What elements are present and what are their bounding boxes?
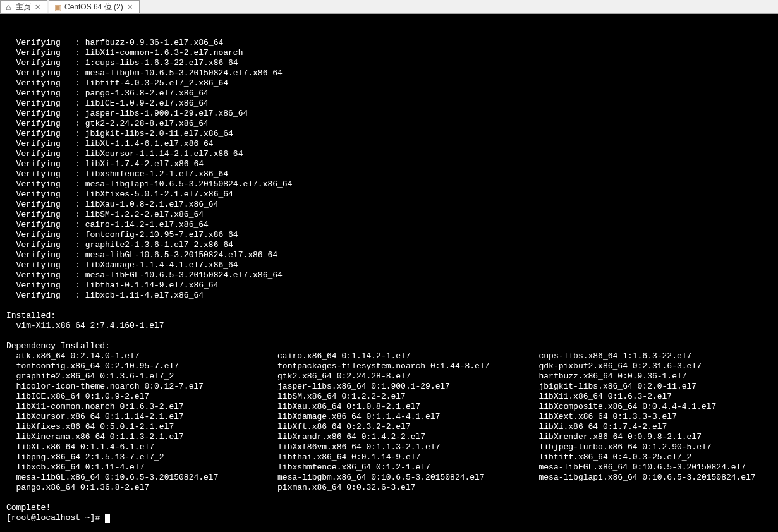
dep-item: libXi.x86_64 0:1.7.4-2.el7 [529, 422, 756, 432]
tab-bar: 主页 ✕ CentOS 64 位 (2) ✕ [0, 0, 778, 14]
dep-item: harfbuzz.x86_64 0:0.9.36-1.el7 [529, 372, 756, 382]
vm-icon [54, 3, 62, 11]
dep-item: libXfixes.x86_64 0:5.0.1-2.1.el7 [6, 422, 267, 432]
tab-vm[interactable]: CentOS 64 位 (2) ✕ [49, 0, 140, 13]
dep-col-2: cairo.x86_64 0:1.14.2-1.el7 fontpackages… [267, 351, 528, 493]
dep-item: jbigkit-libs.x86_64 0:2.0-11.el7 [529, 382, 756, 392]
dep-item: jasper-libs.x86_64 0:1.900.1-29.el7 [267, 382, 528, 392]
dep-item: libXinerama.x86_64 0:1.1.3-2.1.el7 [6, 432, 267, 442]
dep-item: libxcb.x86_64 0:1.11-4.el7 [6, 462, 267, 473]
verify-row: Verifying : graphite2-1.3.6-1.el7_2.x86_… [6, 240, 772, 250]
verify-row: Verifying : mesa-libgbm-10.6.5-3.2015082… [6, 68, 772, 78]
dep-item: libxshmfence.x86_64 0:1.2-1.el7 [267, 462, 528, 473]
dep-item: gtk2.x86_64 0:2.24.28-8.el7 [267, 372, 528, 382]
dep-item: gdk-pixbuf2.x86_64 0:2.31.6-3.el7 [529, 361, 756, 372]
dep-col-1: atk.x86_64 0:2.14.0-1.el7 fontconfig.x86… [6, 351, 267, 493]
verify-row: Verifying : mesa-libGL-10.6.5-3.20150824… [6, 250, 772, 260]
tab-vm-label: CentOS 64 位 (2) [64, 2, 123, 13]
verify-row: Verifying : libXi-1.7.4-2.el7.x86_64 [6, 159, 772, 169]
home-icon [6, 3, 13, 11]
dep-item: mesa-libEGL.x86_64 0:10.6.5-3.20150824.e… [529, 462, 756, 473]
verify-row: Verifying : fontconfig-2.10.95-7.el7.x86… [6, 230, 772, 240]
tab-home-label: 主页 [16, 2, 31, 13]
dep-item: atk.x86_64 0:2.14.0-1.el7 [6, 351, 267, 361]
dep-item: libICE.x86_64 0:1.0.9-2.el7 [6, 392, 267, 402]
dep-item: fontconfig.x86_64 0:2.10.95-7.el7 [6, 361, 267, 372]
verify-row: Verifying : gtk2-2.24.28-8.el7.x86_64 [6, 119, 772, 129]
dep-item: pango.x86_64 0:1.36.8-2.el7 [6, 483, 267, 493]
cursor [105, 514, 110, 523]
verify-row: Verifying : libtiff-4.0.3-25.el7_2.x86_6… [6, 78, 772, 88]
verify-row: Verifying : 1:cups-libs-1.6.3-22.el7.x86… [6, 58, 772, 68]
verify-row: Verifying : libthai-0.1.14-9.el7.x86_64 [6, 281, 772, 291]
dep-item: mesa-libgbm.x86_64 0:10.6.5-3.20150824.e… [267, 473, 528, 483]
verify-row: Verifying : libXdamage-1.1.4-4.1.el7.x86… [6, 260, 772, 270]
verify-row: Verifying : jasper-libs-1.900.1-29.el7.x… [6, 109, 772, 119]
dep-item: libtiff.x86_64 0:4.0.3-25.el7_2 [529, 452, 756, 462]
dep-item: libXext.x86_64 0:1.3.3-3.el7 [529, 412, 756, 422]
dep-item: libXrandr.x86_64 0:1.4.2-2.el7 [267, 432, 528, 442]
dep-item: libpng.x86_64 2:1.5.13-7.el7_2 [6, 452, 267, 462]
verify-row: Verifying : harfbuzz-0.9.36-1.el7.x86_64 [6, 38, 772, 48]
verify-row: Verifying : libxshmfence-1.2-1.el7.x86_6… [6, 169, 772, 179]
verify-row: Verifying : libSM-1.2.2-2.el7.x86_64 [6, 210, 772, 220]
dep-item: hicolor-icon-theme.noarch 0:0.12-7.el7 [6, 382, 267, 392]
installed-header: Installed: [6, 311, 772, 321]
complete-line: Complete! [6, 503, 772, 513]
installed-package: vim-X11.x86_64 2:7.4.160-1.el7 [6, 321, 772, 331]
dep-item: libSM.x86_64 0:1.2.2-2.el7 [267, 392, 528, 402]
verify-row: Verifying : libXcursor-1.1.14-2.1.el7.x8… [6, 149, 772, 159]
dep-item: libXft.x86_64 0:2.3.2-2.el7 [267, 422, 528, 432]
dep-item: graphite2.x86_64 0:1.3.6-1.el7_2 [6, 372, 267, 382]
dep-item: libXcomposite.x86_64 0:0.4.4-4.1.el7 [529, 402, 756, 412]
verify-row: Verifying : libxcb-1.11-4.el7.x86_64 [6, 291, 772, 301]
dep-item: libXt.x86_64 0:1.1.4-6.1.el7 [6, 442, 267, 452]
close-icon[interactable]: ✕ [33, 3, 42, 11]
verifying-block: Verifying : harfbuzz-0.9.36-1.el7.x86_64… [6, 38, 772, 301]
dep-item: mesa-libGL.x86_64 0:10.6.5-3.20150824.el… [6, 473, 267, 483]
dep-header: Dependency Installed: [6, 341, 772, 351]
dep-item: cups-libs.x86_64 1:1.6.3-22.el7 [529, 351, 756, 361]
verify-row: Verifying : libXfixes-5.0.1-2.1.el7.x86_… [6, 190, 772, 200]
terminal[interactable]: Verifying : harfbuzz-0.9.36-1.el7.x86_64… [0, 14, 778, 532]
shell-prompt: [root@localhost ~]# [6, 513, 105, 523]
dep-item: libthai.x86_64 0:0.1.14-9.el7 [267, 452, 528, 462]
dep-col-3: cups-libs.x86_64 1:1.6.3-22.el7 gdk-pixb… [529, 351, 756, 493]
dep-item: libXcursor.x86_64 0:1.1.14-2.1.el7 [6, 412, 267, 422]
dep-item: libX11-common.noarch 0:1.6.3-2.el7 [6, 402, 267, 412]
dep-item: libjpeg-turbo.x86_64 0:1.2.90-5.el7 [529, 442, 756, 452]
verify-row: Verifying : libXau-1.0.8-2.1.el7.x86_64 [6, 200, 772, 210]
dep-item: pixman.x86_64 0:0.32.6-3.el7 [267, 483, 528, 493]
verify-row: Verifying : cairo-1.14.2-1.el7.x86_64 [6, 220, 772, 230]
verify-row: Verifying : jbigkit-libs-2.0-11.el7.x86_… [6, 129, 772, 139]
close-icon[interactable]: ✕ [126, 3, 134, 11]
dep-item: libX11.x86_64 0:1.6.3-2.el7 [529, 392, 756, 402]
dep-item: libXxf86vm.x86_64 0:1.1.3-2.1.el7 [267, 442, 528, 452]
dep-item: mesa-libglapi.x86_64 0:10.6.5-3.20150824… [529, 473, 756, 483]
verify-row: Verifying : mesa-libEGL-10.6.5-3.2015082… [6, 270, 772, 281]
verify-row: Verifying : libXt-1.1.4-6.1.el7.x86_64 [6, 139, 772, 149]
verify-row: Verifying : libX11-common-1.6.3-2.el7.no… [6, 48, 772, 58]
verify-row: Verifying : libICE-1.0.9-2.el7.x86_64 [6, 99, 772, 109]
dep-columns: atk.x86_64 0:2.14.0-1.el7 fontconfig.x86… [6, 351, 772, 493]
verify-row: Verifying : mesa-libglapi-10.6.5-3.20150… [6, 179, 772, 190]
tab-home[interactable]: 主页 ✕ [0, 0, 47, 13]
dep-item: fontpackages-filesystem.noarch 0:1.44-8.… [267, 361, 528, 372]
dep-item: libXau.x86_64 0:1.0.8-2.1.el7 [267, 402, 528, 412]
verify-row: Verifying : pango-1.36.8-2.el7.x86_64 [6, 88, 772, 99]
dep-item: libXrender.x86_64 0:0.9.8-2.1.el7 [529, 432, 756, 442]
dep-item: cairo.x86_64 0:1.14.2-1.el7 [267, 351, 528, 361]
dep-item: libXdamage.x86_64 0:1.1.4-4.1.el7 [267, 412, 528, 422]
dep-item [529, 483, 756, 493]
